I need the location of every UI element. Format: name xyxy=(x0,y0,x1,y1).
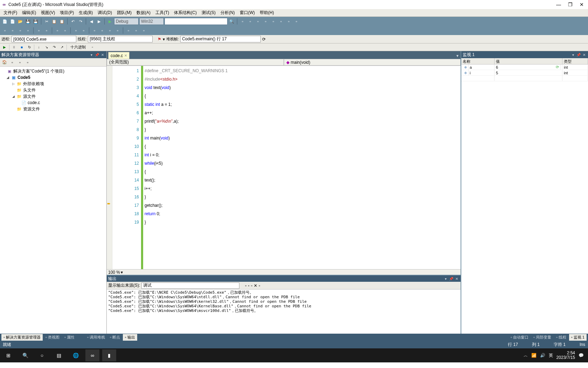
indent-icon[interactable]: ▫ xyxy=(35,27,42,34)
dropdown-icon[interactable]: ▾ xyxy=(443,276,448,281)
folder-node[interactable]: ◢📁源文件 xyxy=(1,93,105,100)
clear-icon[interactable]: ✕ xyxy=(254,283,257,288)
source-combo[interactable]: 调试 xyxy=(141,282,239,289)
home-icon[interactable]: 🏠 xyxy=(1,59,8,66)
flag-menu-icon[interactable]: ▾ xyxy=(163,37,165,42)
config-combo[interactable]: Debug xyxy=(114,18,139,25)
notifications-icon[interactable]: 💬 xyxy=(579,353,584,358)
start-button[interactable]: ⊞ xyxy=(1,349,15,361)
menu-item[interactable]: 团队(M) xyxy=(115,9,134,16)
bottom-tab[interactable]: ▫ 自动窗口 xyxy=(509,334,531,341)
close-icon[interactable]: ✕ xyxy=(100,52,105,57)
menu-icon[interactable]: ▫ xyxy=(89,44,96,50)
menu-item[interactable]: 视图(V) xyxy=(39,9,57,16)
project-node[interactable]: ◢▣Code5 xyxy=(1,74,105,81)
tb-icon[interactable]: ▫ xyxy=(262,18,269,25)
tb-icon[interactable]: ▫ xyxy=(114,27,121,34)
menu-item[interactable]: 生成(B) xyxy=(77,9,95,16)
dropdown-icon[interactable]: ▾ xyxy=(570,52,575,57)
tb-icon[interactable]: ▫ xyxy=(248,283,250,288)
add-item-icon[interactable]: 📄 xyxy=(9,18,16,25)
tb-icon[interactable]: ▫ xyxy=(91,27,98,34)
bottom-tab[interactable]: ▫ 监视 1 xyxy=(569,334,587,341)
continue-icon[interactable]: ▶ xyxy=(1,44,8,50)
menu-item[interactable]: 数据(A) xyxy=(134,9,153,16)
refresh-icon[interactable]: ⟳ xyxy=(262,37,266,42)
taskview-icon[interactable]: ▤ xyxy=(52,349,66,361)
dropdown-icon[interactable]: ▾ xyxy=(454,53,461,59)
bottom-tab[interactable]: ▫ 断点 xyxy=(108,334,122,341)
paste-icon[interactable]: 📋 xyxy=(58,18,65,25)
tb-icon[interactable]: ▫ xyxy=(99,27,106,34)
bottom-tab[interactable]: ▫ 解决方案资源管理器 xyxy=(1,334,43,341)
tb-icon[interactable]: ▫ xyxy=(245,283,246,288)
step-icon[interactable]: ↓ xyxy=(36,44,42,50)
output-text[interactable]: "Code5.exe": 已加载"E:\NCRE C\Code5\Debug\C… xyxy=(107,289,461,334)
refresh-icon[interactable]: ▫ xyxy=(17,59,23,66)
close-button[interactable]: ✕ xyxy=(580,2,584,7)
tb-icon[interactable]: ▫ xyxy=(125,27,132,34)
tb-icon[interactable]: ▫ xyxy=(278,18,285,25)
comment-icon[interactable]: ▫ xyxy=(54,27,61,34)
copy-icon[interactable]: 📋 xyxy=(51,18,58,25)
bottom-tab[interactable]: ▫ 调用堆栈 xyxy=(85,334,107,341)
minimize-button[interactable]: — xyxy=(556,2,561,7)
bottom-tab[interactable]: ▫ 类视图 xyxy=(43,334,62,341)
save-icon[interactable]: 💾 xyxy=(24,18,31,25)
find-combo[interactable] xyxy=(164,18,227,25)
platform-combo[interactable]: Win32 xyxy=(139,18,164,25)
scope-combo[interactable]: (全局范围) xyxy=(107,59,284,66)
folder-node[interactable]: 📁资源文件 xyxy=(1,106,105,112)
close-icon[interactable]: ✕ xyxy=(582,52,587,57)
ime-indicator[interactable]: 英 xyxy=(549,353,553,359)
tb-icon[interactable]: ▫ xyxy=(80,27,87,34)
tb-icon[interactable]: ▫ xyxy=(1,27,8,34)
tb-icon[interactable]: ▫ xyxy=(106,27,113,34)
cortana-icon[interactable]: ○ xyxy=(35,349,49,361)
stop-icon[interactable]: ■ xyxy=(19,44,25,50)
pin-icon[interactable]: 📌 xyxy=(576,52,581,57)
step-over-icon[interactable]: ↷ xyxy=(51,44,57,50)
menu-item[interactable]: 工具(T) xyxy=(153,9,171,16)
tb-icon[interactable]: ▫ xyxy=(9,27,16,34)
menu-item[interactable]: 窗口(W) xyxy=(238,9,257,16)
properties-icon[interactable]: ▫ xyxy=(24,59,31,66)
tab-code-c[interactable]: code.c✕ xyxy=(108,52,130,59)
tb-icon[interactable]: ▫ xyxy=(251,283,252,288)
bottom-tab[interactable]: ▫ 属性 xyxy=(62,334,77,341)
show-all-icon[interactable]: ▫ xyxy=(9,59,15,66)
flag-icon[interactable]: ⚑ xyxy=(158,37,161,42)
watch-table[interactable]: 名称 值 类型 ◈a6⟳int◈i5int xyxy=(461,58,588,334)
member-combo[interactable]: ◆main(void) xyxy=(284,59,461,66)
solution-root[interactable]: ▣解决方案"Code5"(1 个项目) xyxy=(1,68,105,74)
open-icon[interactable]: 📂 xyxy=(17,18,24,25)
close-tab-icon[interactable]: ✕ xyxy=(124,54,127,57)
search-icon[interactable]: 🔍 xyxy=(18,349,32,361)
menu-item[interactable]: 测试(S) xyxy=(200,9,218,16)
console-icon[interactable]: ▮ xyxy=(102,349,116,361)
maximize-button[interactable]: ❐ xyxy=(568,2,573,7)
watch-row[interactable]: ◈a6⟳int xyxy=(461,64,588,70)
tb-icon[interactable]: ▫ xyxy=(24,27,31,34)
tb-icon[interactable]: ▫ xyxy=(293,18,300,25)
tb-icon[interactable]: ▫ xyxy=(259,283,260,288)
restart-icon[interactable]: ↻ xyxy=(26,44,33,50)
col-value[interactable]: 值 xyxy=(495,58,562,64)
dropdown-icon[interactable]: ▾ xyxy=(89,52,94,57)
bottom-tab[interactable]: ▫ 局部变量 xyxy=(531,334,553,341)
redo-icon[interactable]: ↷ xyxy=(77,18,84,25)
code-editor[interactable]: ➨ 12345678910111213141516171819 #define … xyxy=(107,66,461,269)
tb-icon[interactable]: ▫ xyxy=(239,18,246,25)
process-combo[interactable]: [9360] Code5.exe xyxy=(12,36,76,42)
volume-icon[interactable]: 🔊 xyxy=(540,353,545,358)
menu-item[interactable]: 调试(D) xyxy=(96,9,114,16)
zoom-combo[interactable]: 100 % xyxy=(108,270,120,275)
tb-icon[interactable]: ▫ xyxy=(17,27,24,34)
pin-icon[interactable]: 📌 xyxy=(449,276,454,281)
folder-node[interactable]: ▷📁外部依赖项 xyxy=(1,81,105,87)
menu-item[interactable]: 文件(F) xyxy=(1,9,19,16)
vs-task-icon[interactable]: ∞ xyxy=(85,349,99,361)
outdent-icon[interactable]: ▫ xyxy=(43,27,50,34)
tb-icon[interactable]: ▫ xyxy=(247,18,254,25)
pin-icon[interactable]: 📌 xyxy=(94,52,99,57)
